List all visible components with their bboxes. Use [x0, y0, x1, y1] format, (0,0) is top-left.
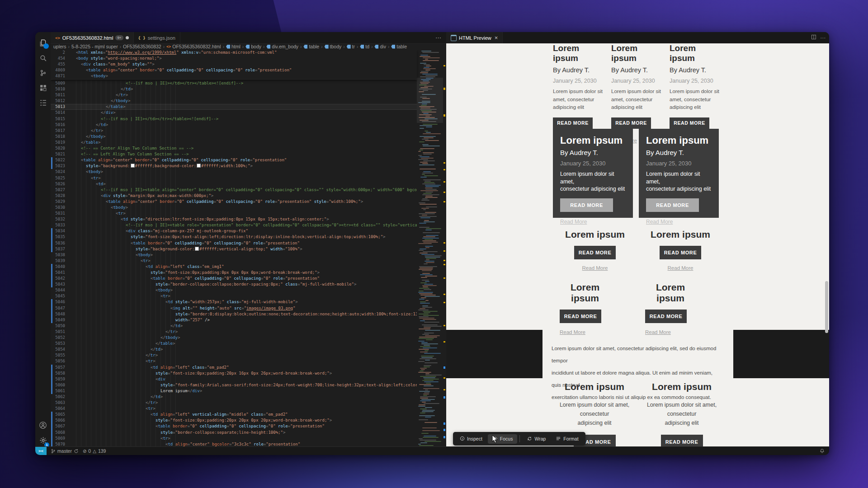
code-line[interactable]: 5066style="font-size:0px;padding:20px 20… [51, 418, 417, 423]
code-line[interactable]: 5067<table border="0" cellpadding="0" ce… [51, 423, 417, 429]
source-control-icon[interactable] [35, 66, 51, 80]
code-line[interactable]: 5013</table> [51, 104, 417, 110]
read-more-link[interactable]: Read More [560, 219, 587, 225]
code-line[interactable]: 5034<div class="mj-column-px-257 mj-outl… [51, 228, 417, 234]
breadcrumb[interactable]: uplers›5-8-2025 - mjml super›OF535635360… [53, 43, 446, 50]
tab-settings-json[interactable]: { } settings.json [134, 32, 180, 43]
breadcrumb-item[interactable]: <>OF535635360832.html [166, 44, 221, 49]
code-line[interactable]: 5041style="font-size:0px;padding:0px 0px… [51, 270, 417, 276]
code-line[interactable]: 5028<div style="margin:0px auto;max-widt… [51, 193, 417, 199]
code-line[interactable]: 5050</td> [51, 323, 417, 329]
code-line[interactable]: 5012</tbody> [51, 98, 417, 104]
breadcrumb-item[interactable]: html [226, 44, 241, 49]
breadcrumb-item[interactable]: body [245, 44, 261, 49]
problems-item[interactable]: ⊘ 0 △ 139 [83, 448, 106, 454]
code-line[interactable]: 5037style="background-color:#ffffff;vert… [51, 246, 417, 252]
code-line[interactable]: 5039<tr> [51, 258, 417, 264]
read-more-button[interactable]: READ MORE [645, 310, 687, 323]
modified-dot-icon[interactable] [126, 36, 129, 39]
code-line[interactable]: 5026<td> [51, 181, 417, 187]
breadcrumb-item[interactable]: tr [347, 44, 355, 49]
code-line[interactable]: 5038<tbody> [51, 252, 417, 258]
breadcrumb-item[interactable]: table [391, 44, 407, 49]
code-line[interactable]: 5049width="257" /> [51, 317, 417, 323]
code-line[interactable]: 5048style="border:0;display:block;outlin… [51, 311, 417, 317]
code-line[interactable]: 5020<!-- == Center Align Two Column Sect… [51, 145, 417, 151]
code-line[interactable]: 5025<tr> [51, 175, 417, 181]
read-more-link[interactable]: Read More [646, 219, 673, 225]
code-line[interactable]: 5040<td align="left" class="em_img1" [51, 264, 417, 270]
breadcrumb-item[interactable]: uplers [53, 44, 66, 49]
code-line[interactable]: 4871<tbody> [51, 73, 417, 79]
breadcrumb-item[interactable]: td [360, 44, 369, 49]
code-line[interactable]: 5010</td> [51, 86, 417, 92]
code-line[interactable]: 5064<tr> [51, 406, 417, 412]
code-line[interactable]: 5016</td> [51, 122, 417, 128]
preview-inspect-button[interactable]: Inspect [455, 434, 487, 444]
editor-more-actions-icon[interactable]: ⋯ [435, 32, 442, 43]
split-editor-icon[interactable] [811, 34, 816, 41]
read-more-button[interactable]: READ MORE [560, 198, 613, 212]
read-more-button[interactable]: READ MORE [661, 435, 703, 447]
tab-of535635360832-html[interactable]: <> OF535635360832.html 9+ [51, 32, 134, 43]
settings-gear-icon[interactable]: 1 [35, 433, 51, 447]
remote-indicator[interactable]: >< [35, 447, 47, 455]
code-editor[interactable]: 5009<!--[if mso | IE]></td></tr></table>… [51, 50, 446, 447]
breadcrumb-item[interactable]: div [374, 44, 386, 49]
minimap-slider[interactable] [417, 78, 443, 123]
more-actions-icon[interactable]: ⋯ [820, 35, 826, 41]
code-line[interactable]: 5017</tr> [51, 128, 417, 134]
code-line[interactable]: 455<div class="em_body" style=""> [51, 61, 417, 67]
read-more-button[interactable]: READ MORE [646, 198, 699, 212]
code-line[interactable]: 5062</td> [51, 394, 417, 400]
read-more-link[interactable]: Read More [668, 265, 693, 271]
code-line[interactable]: 5055</tr> [51, 352, 417, 358]
tab-html-preview[interactable]: HTML Preview × [446, 32, 503, 43]
code-line[interactable]: 5068style="border-collapse:separate;line… [51, 430, 417, 436]
read-more-button[interactable]: READ MORE [611, 117, 651, 129]
code-line[interactable]: 5022<table align="center" border="0" cel… [51, 157, 417, 163]
account-icon[interactable] [35, 418, 51, 432]
bell-icon[interactable] [820, 448, 825, 454]
read-more-button[interactable]: READ MORE [670, 117, 709, 129]
extensions-icon[interactable] [35, 81, 51, 94]
code-line[interactable]: 5015<!--[if mso | IE]></td></tr></table>… [51, 116, 417, 122]
code-line[interactable]: 5042<table border="0" cellpadding="0" ce… [51, 276, 417, 282]
code-line[interactable]: 5021<!-- == Left Align Two Column Sectio… [51, 151, 417, 157]
code-line[interactable]: 5018</tbody> [51, 134, 417, 140]
code-line[interactable]: 5023style="background:#ffffff;background… [51, 163, 417, 169]
minimap[interactable] [417, 50, 443, 447]
breadcrumb-item[interactable]: tbody [325, 44, 342, 49]
code-line[interactable]: 5046<td style="width:257px;" class="mj-f… [51, 299, 417, 305]
code-line[interactable]: 5031<tr> [51, 211, 417, 216]
code-line[interactable]: 5032<td style="direction:ltr;font-size:0… [51, 216, 417, 222]
code-line[interactable]: 5063</tr> [51, 400, 417, 406]
code-line[interactable]: 5047<img alt="" height="auto" src="image… [51, 305, 417, 311]
read-more-button[interactable]: READ MORE [660, 246, 701, 259]
read-more-button[interactable]: READ MORE [574, 246, 616, 259]
code-line[interactable]: 5019</table> [51, 140, 417, 145]
code-line[interactable]: 5036<table border="0" cellpadding="0" ce… [51, 240, 417, 246]
code-line[interactable]: 5009<!--[if mso | IE]></td></tr></table>… [51, 80, 417, 86]
code-line[interactable]: 5065<td align="left" vertical-align="mid… [51, 412, 417, 418]
read-more-link[interactable]: Read More [582, 265, 608, 271]
code-line[interactable]: 5011</tr> [51, 92, 417, 98]
code-line[interactable]: 5035style="font-size:0px;text-align:left… [51, 234, 417, 240]
code-line[interactable]: 5051</tr> [51, 329, 417, 335]
preview-format-button[interactable]: Format [551, 434, 583, 444]
read-more-button[interactable]: READ MORE [553, 117, 593, 129]
breadcrumb-item[interactable]: 5-8-2025 - mjml super [71, 44, 118, 49]
read-more-button[interactable]: READ MORE [560, 310, 601, 323]
explorer-icon[interactable] [35, 36, 51, 50]
search-icon[interactable] [35, 51, 51, 65]
code-line[interactable]: 5043style="border-collapse:collapse;bord… [51, 282, 417, 287]
code-line[interactable]: 5052</tbody> [51, 335, 417, 341]
git-branch-item[interactable]: master [51, 448, 79, 454]
code-line[interactable]: 5061Lorem ipsum</div> [51, 388, 417, 394]
code-line[interactable]: 5027<!--[if mso | IE]><table align="cent… [51, 187, 417, 193]
code-line[interactable]: 4869<table align="center" border="0" cel… [51, 67, 417, 73]
preview-wrap-button[interactable]: Wrap [522, 434, 550, 444]
code-line[interactable]: 5014</div> [51, 110, 417, 116]
code-line[interactable]: 5029<table align="center" border="0" cel… [51, 199, 417, 205]
code-line[interactable]: 5045<tr> [51, 293, 417, 299]
